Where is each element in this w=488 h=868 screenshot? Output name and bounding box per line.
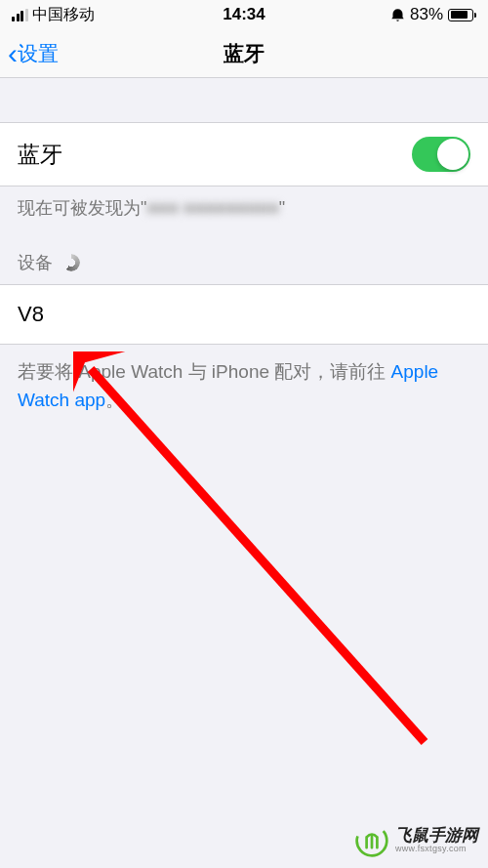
apple-watch-help-text: 若要将 Apple Watch 与 iPhone 配对，请前往 Apple Wa… <box>0 345 488 428</box>
devices-header: 设备 <box>0 229 488 284</box>
watermark-url: www.fsxtgsy.com <box>395 845 478 854</box>
nav-bar: ‹ 设置 蓝牙 <box>0 29 488 78</box>
battery-icon <box>448 9 476 21</box>
device-row-v8[interactable]: V8 <box>0 284 488 345</box>
page-title: 蓝牙 <box>224 40 264 67</box>
status-left: 中国移动 <box>12 5 95 25</box>
back-label: 设置 <box>18 40 59 67</box>
device-name-blurred: ■■■ ■■■■■■■■■ <box>146 198 278 218</box>
devices-header-label: 设备 <box>18 251 53 274</box>
spinner-icon <box>62 254 80 271</box>
watermark: 飞鼠手游网 www.fsxtgsy.com <box>354 823 478 858</box>
device-name: V8 <box>18 302 44 326</box>
status-time: 14:34 <box>223 5 264 24</box>
bluetooth-toggle-row: 蓝牙 <box>0 122 488 186</box>
signal-icon <box>12 9 28 21</box>
bluetooth-label: 蓝牙 <box>18 140 62 170</box>
discoverable-text: 现在可被发现为"■■■ ■■■■■■■■■" <box>0 186 488 229</box>
status-right: 83% <box>390 5 476 24</box>
back-button[interactable]: ‹ 设置 <box>0 39 59 68</box>
chevron-left-icon: ‹ <box>8 39 18 68</box>
bluetooth-toggle[interactable] <box>412 137 470 172</box>
alarm-icon <box>390 8 405 22</box>
watermark-title: 飞鼠手游网 <box>395 827 478 846</box>
carrier-label: 中国移动 <box>32 5 95 25</box>
battery-percent: 83% <box>410 5 443 24</box>
status-bar: 中国移动 14:34 83% <box>0 0 488 29</box>
watermark-logo-icon <box>354 823 389 858</box>
